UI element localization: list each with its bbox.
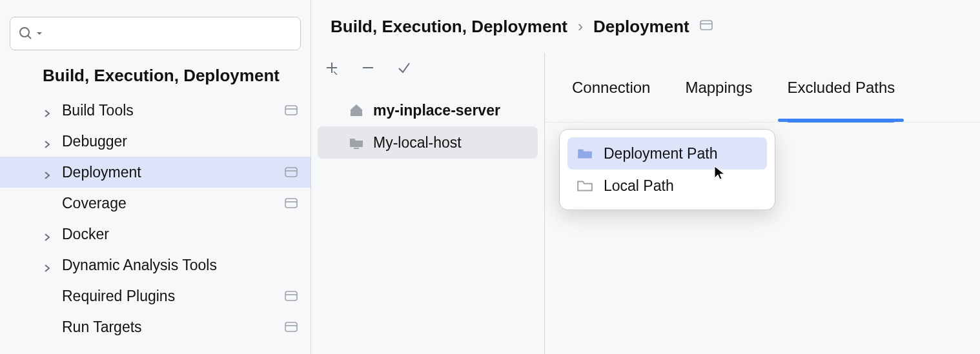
home-icon bbox=[349, 103, 364, 118]
breadcrumb-leaf[interactable]: Deployment bbox=[593, 17, 689, 37]
tree-label: Debugger bbox=[62, 133, 127, 150]
settings-sidebar: Build, Execution, Deployment Build Tools… bbox=[0, 0, 311, 354]
breadcrumb: Build, Execution, Deployment › Deploymen… bbox=[311, 0, 980, 53]
remove-server-button[interactable] bbox=[359, 59, 377, 77]
server-toolbar bbox=[311, 53, 544, 83]
add-server-button[interactable] bbox=[323, 59, 341, 77]
tab-connection[interactable]: Connection bbox=[572, 79, 650, 108]
local-folder-icon bbox=[349, 135, 364, 150]
tree-item-coverage[interactable]: Coverage bbox=[0, 188, 311, 219]
chevron-right-icon bbox=[43, 228, 54, 240]
search-icon bbox=[18, 26, 34, 41]
folder-icon bbox=[577, 177, 593, 194]
settings-overlay-icon bbox=[285, 102, 298, 119]
chevron-down-icon bbox=[36, 30, 43, 37]
tree-label: Run Targets bbox=[62, 319, 142, 336]
add-path-popup: Deployment Path Local Path bbox=[559, 129, 775, 210]
tree-item-debugger[interactable]: Debugger bbox=[0, 126, 311, 157]
breadcrumb-root[interactable]: Build, Execution, Deployment bbox=[331, 17, 567, 37]
svg-line-1 bbox=[28, 35, 31, 39]
tree-label: Dynamic Analysis Tools bbox=[62, 257, 217, 274]
server-label: my-inplace-server bbox=[373, 102, 500, 119]
cursor-icon bbox=[713, 165, 728, 181]
tree-label: Build Tools bbox=[62, 102, 134, 119]
chevron-right-icon bbox=[43, 135, 54, 147]
tree-label: Deployment bbox=[62, 164, 141, 181]
chevron-right-icon bbox=[43, 259, 54, 271]
set-default-button[interactable] bbox=[395, 59, 413, 77]
chevron-right-icon bbox=[43, 166, 54, 178]
settings-overlay-icon bbox=[700, 20, 713, 33]
popup-label: Deployment Path bbox=[604, 145, 717, 162]
svg-rect-6 bbox=[285, 199, 297, 208]
tree-item-required-plugins[interactable]: Required Plugins bbox=[0, 280, 311, 311]
tree-item-dynamic-analysis[interactable]: Dynamic Analysis Tools bbox=[0, 250, 311, 280]
breadcrumb-separator: › bbox=[578, 17, 583, 35]
server-item-inplace[interactable]: my-inplace-server bbox=[318, 94, 538, 126]
svg-point-0 bbox=[20, 28, 29, 37]
svg-rect-12 bbox=[700, 21, 712, 30]
svg-rect-2 bbox=[285, 106, 297, 115]
settings-overlay-icon bbox=[285, 164, 298, 181]
tree-label: Required Plugins bbox=[62, 288, 175, 305]
tab-mappings[interactable]: Mappings bbox=[685, 79, 752, 108]
tab-excluded-paths[interactable]: Excluded Paths bbox=[787, 79, 895, 108]
settings-overlay-icon bbox=[285, 319, 298, 336]
svg-rect-10 bbox=[285, 322, 297, 331]
tree-item-docker[interactable]: Docker bbox=[0, 219, 311, 250]
server-list-panel: my-inplace-server My-local-host bbox=[311, 53, 545, 354]
settings-overlay-icon bbox=[285, 288, 298, 305]
tree-item-run-targets[interactable]: Run Targets bbox=[0, 311, 311, 342]
settings-search[interactable] bbox=[10, 17, 301, 50]
tree-item-build-tools[interactable]: Build Tools bbox=[0, 95, 311, 126]
tree-item-deployment[interactable]: Deployment bbox=[0, 157, 311, 188]
popup-item-deployment-path[interactable]: Deployment Path bbox=[567, 137, 767, 170]
popup-item-local-path[interactable]: Local Path bbox=[567, 170, 767, 202]
settings-category-title: Build, Execution, Deployment bbox=[0, 59, 311, 95]
svg-rect-4 bbox=[285, 168, 297, 177]
popup-label: Local Path bbox=[604, 177, 674, 195]
detail-tabs: Connection Mappings Excluded Paths bbox=[545, 53, 980, 123]
svg-rect-8 bbox=[285, 291, 297, 300]
tree-label: Docker bbox=[62, 226, 109, 243]
server-label: My-local-host bbox=[373, 134, 462, 152]
settings-overlay-icon bbox=[285, 195, 298, 212]
tree-label: Coverage bbox=[62, 195, 127, 212]
search-input[interactable] bbox=[46, 25, 292, 42]
server-item-local[interactable]: My-local-host bbox=[318, 126, 538, 159]
remote-folder-icon bbox=[577, 145, 593, 162]
chevron-right-icon bbox=[43, 104, 54, 116]
